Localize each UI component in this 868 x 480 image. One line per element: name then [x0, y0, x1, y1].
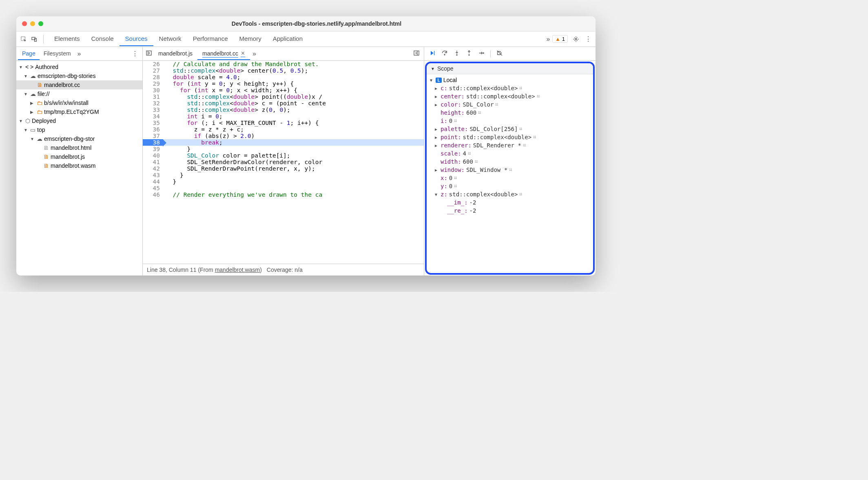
memory-icon[interactable]: ⌗: [495, 101, 498, 108]
tree-group-deployed[interactable]: ▼⬡Deployed: [16, 116, 142, 125]
warning-badge[interactable]: ▲1: [552, 35, 568, 43]
tab-performance[interactable]: Performance: [187, 32, 234, 46]
line-gutter[interactable]: 38: [143, 139, 163, 146]
line-gutter[interactable]: 27: [143, 67, 163, 74]
scope-variable[interactable]: scale: 4 ⌗: [427, 149, 593, 158]
editor-tab[interactable]: mandelbrot.cc✕: [197, 48, 250, 60]
line-gutter[interactable]: 45: [143, 185, 163, 191]
more-nav-tabs-icon[interactable]: »: [75, 50, 84, 58]
code-line[interactable]: 45: [143, 185, 424, 191]
code-line[interactable]: 32 std::complex<double> c = (point - cen…: [143, 100, 424, 107]
memory-icon[interactable]: ⌗: [519, 126, 522, 132]
memory-icon[interactable]: ⌗: [519, 191, 522, 198]
nav-kebab-icon[interactable]: ⋮: [129, 49, 141, 58]
line-gutter[interactable]: 42: [143, 165, 163, 172]
source-map-link[interactable]: mandelbrot.wasm: [215, 267, 260, 273]
scope-variable[interactable]: ▶palette: SDL_Color[256] ⌗: [427, 125, 593, 133]
minimize-window-button[interactable]: [30, 21, 35, 26]
tree-file-wasm[interactable]: 🗎mandelbrot.wasm: [16, 161, 142, 170]
line-gutter[interactable]: 44: [143, 178, 163, 185]
toggle-debugger-icon[interactable]: [411, 50, 422, 58]
kebab-menu-icon[interactable]: ⋮: [584, 35, 592, 43]
scope-variable[interactable]: width: 600 ⌗: [427, 158, 593, 166]
code-line[interactable]: 36 z = z * z + c;: [143, 126, 424, 133]
scope-variable[interactable]: ▶color: SDL_Color ⌗: [427, 100, 593, 109]
step-out-icon[interactable]: [466, 50, 472, 58]
scope-variable[interactable]: ▼z: std::complex<double> ⌗: [427, 190, 593, 198]
code-line[interactable]: 42 SDL_RenderDrawPoint(renderer, x, y);: [143, 165, 424, 172]
step-into-icon[interactable]: [454, 50, 460, 58]
more-panels-icon[interactable]: »: [544, 35, 552, 43]
code-line[interactable]: 40 SDL_Color color = palette[i];: [143, 152, 424, 159]
step-over-icon[interactable]: [441, 50, 448, 58]
line-gutter[interactable]: 43: [143, 172, 163, 178]
memory-icon[interactable]: ⌗: [454, 175, 457, 181]
tab-memory[interactable]: Memory: [234, 32, 267, 46]
memory-icon[interactable]: ⌗: [519, 85, 522, 91]
maximize-window-button[interactable]: [38, 21, 43, 26]
line-gutter[interactable]: 41: [143, 159, 163, 165]
resume-icon[interactable]: [429, 50, 436, 58]
tree-folder[interactable]: ▶🗀b/s/w/ir/x/w/install: [16, 98, 142, 107]
line-gutter[interactable]: 40: [143, 152, 163, 159]
memory-icon[interactable]: ⌗: [454, 183, 457, 189]
line-gutter[interactable]: 28: [143, 74, 163, 80]
tab-elements[interactable]: Elements: [49, 32, 86, 46]
scope-variable[interactable]: x: 0 ⌗: [427, 174, 593, 182]
line-gutter[interactable]: 26: [143, 61, 163, 67]
line-gutter[interactable]: 30: [143, 87, 163, 93]
line-gutter[interactable]: 33: [143, 107, 163, 113]
memory-icon[interactable]: ⌗: [509, 167, 512, 173]
tree-frame-top[interactable]: ▼▭top: [16, 125, 142, 134]
code-line[interactable]: 33 std::complex<double> z(0, 0);: [143, 107, 424, 113]
code-line[interactable]: 31 std::complex<double> point((double)x …: [143, 93, 424, 100]
memory-icon[interactable]: ⌗: [533, 134, 536, 140]
tab-console[interactable]: Console: [86, 32, 120, 46]
memory-icon[interactable]: ⌗: [468, 150, 471, 157]
tree-origin[interactable]: ▼☁emscripten-dbg-stor: [16, 134, 142, 143]
tab-sources[interactable]: Sources: [120, 32, 153, 46]
close-tab-icon[interactable]: ✕: [241, 50, 245, 56]
toggle-navigator-icon[interactable]: [144, 50, 153, 58]
tree-folder[interactable]: ▶🗀tmp/tmp.ELcTq2YGM: [16, 107, 142, 116]
code-line[interactable]: 28 double scale = 4.0;: [143, 74, 424, 80]
scope-header[interactable]: ▼Scope: [427, 63, 593, 74]
code-line[interactable]: 26 // Calculate and draw the Mandelbrot …: [143, 61, 424, 67]
code-line[interactable]: 41 SDL_SetRenderDrawColor(renderer, colo…: [143, 159, 424, 165]
scope-variable[interactable]: ▶center: std::complex<double> ⌗: [427, 92, 593, 100]
memory-icon[interactable]: ⌗: [454, 118, 457, 124]
tree-group-authored[interactable]: ▼< >Authored: [16, 62, 142, 71]
code-line[interactable]: 39 }: [143, 146, 424, 152]
line-gutter[interactable]: 35: [143, 120, 163, 126]
code-line[interactable]: 30 for (int x = 0; x < width; x++) {: [143, 87, 424, 93]
scope-variable[interactable]: ▶c: std::complex<double> ⌗: [427, 84, 593, 92]
line-gutter[interactable]: 29: [143, 80, 163, 87]
scope-variable[interactable]: i: 0 ⌗: [427, 117, 593, 125]
tree-file-mandelbrot-cc[interactable]: 🗎mandelbrot.cc: [16, 80, 142, 89]
tab-network[interactable]: Network: [153, 32, 187, 46]
code-line[interactable]: 34 int i = 0;: [143, 113, 424, 120]
scope-variable[interactable]: __im_: -2: [427, 198, 593, 207]
scope-variable[interactable]: height: 600 ⌗: [427, 109, 593, 117]
deactivate-breakpoints-icon[interactable]: [496, 50, 503, 58]
memory-icon[interactable]: ⌗: [478, 109, 481, 116]
code-line[interactable]: 43 }: [143, 172, 424, 178]
tab-application[interactable]: Application: [267, 32, 308, 46]
code-line[interactable]: 38 break;: [143, 139, 424, 146]
memory-icon[interactable]: ⌗: [537, 93, 540, 100]
line-gutter[interactable]: 34: [143, 113, 163, 120]
code-line[interactable]: 35 for (; i < MAX_ITER_COUNT - 1; i++) {: [143, 120, 424, 126]
memory-icon[interactable]: ⌗: [475, 158, 478, 165]
line-gutter[interactable]: 37: [143, 133, 163, 139]
memory-icon[interactable]: ⌗: [523, 142, 526, 149]
editor-tab[interactable]: mandelbrot.js: [153, 48, 197, 60]
scope-variable[interactable]: __re_: -2: [427, 207, 593, 215]
device-toggle-icon[interactable]: [30, 35, 38, 43]
settings-icon[interactable]: [572, 35, 580, 43]
tree-file-protocol[interactable]: ▼☁file://: [16, 89, 142, 98]
tree-file-html[interactable]: 🗎mandelbrot.html: [16, 143, 142, 152]
line-gutter[interactable]: 32: [143, 100, 163, 107]
line-gutter[interactable]: 39: [143, 146, 163, 152]
tree-file-js[interactable]: 🗎mandelbrot.js: [16, 152, 142, 161]
close-window-button[interactable]: [22, 21, 27, 26]
